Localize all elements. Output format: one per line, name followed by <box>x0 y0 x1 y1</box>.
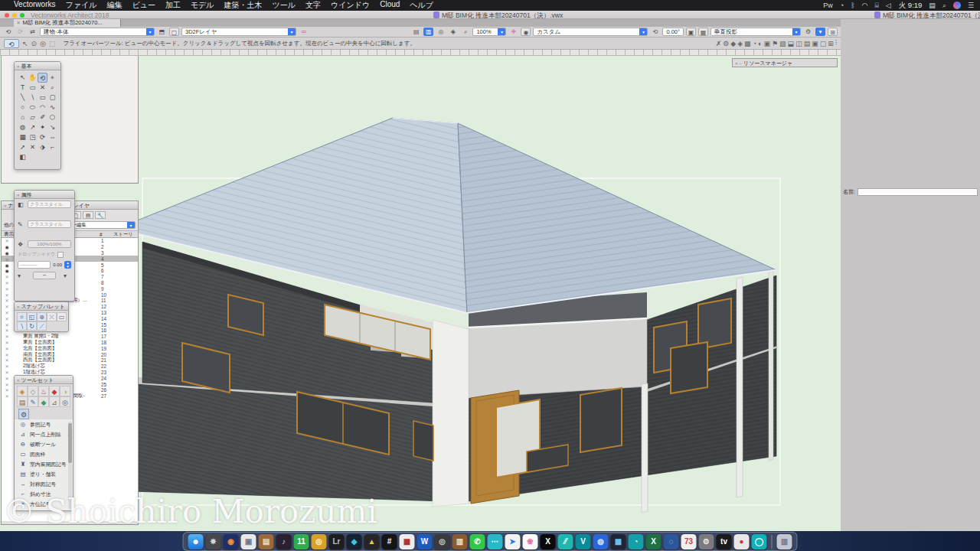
toolset-category-button[interactable]: ◎ <box>60 396 70 407</box>
saved-views-button[interactable]: ▥ <box>423 28 433 36</box>
menu-item[interactable]: Vectorworks <box>14 0 55 11</box>
close-icon[interactable]: × <box>17 64 20 69</box>
layer-visibility-icon[interactable]: ✕ <box>2 274 12 279</box>
fill-bucket-icon[interactable]: ◧ <box>18 201 25 208</box>
view-option-icon[interactable]: ◐ <box>758 40 762 47</box>
status-icon[interactable]: ◔ <box>840 2 844 10</box>
snap-toggle[interactable]: ↻ <box>27 321 37 331</box>
tool-button[interactable]: ⟳ <box>38 132 47 142</box>
fill-style-dropdown[interactable]: クラススタイル <box>28 201 71 208</box>
tool-button[interactable]: ➚ <box>18 142 28 152</box>
toolset-tool-item[interactable]: ⊖ 破断ツール <box>15 439 73 449</box>
saved-view-dropdown[interactable]: カスタム▾ <box>533 28 648 36</box>
snap-toggle[interactable]: ⤫ <box>47 312 57 321</box>
layer-visibility-icon[interactable]: ✕ <box>2 298 12 303</box>
close-icon[interactable]: × <box>17 305 20 309</box>
zoom-tool-icon[interactable]: ⌕ <box>460 28 470 36</box>
layer-visibility-icon[interactable]: ✕ <box>2 280 12 285</box>
render-settings-icon[interactable]: ⚙ <box>803 28 813 36</box>
layer-visibility-icon[interactable]: ✕ <box>2 238 12 243</box>
class-options-icon[interactable]: ⬒ <box>157 28 167 36</box>
toolset-tool-item[interactable]: ♜ 室内展開図記号 <box>15 459 73 469</box>
tool-button[interactable]: ∿ <box>47 103 57 112</box>
layer-visibility-icon[interactable]: ✕ <box>2 352 12 357</box>
dock-app-icon[interactable]: ▣ <box>241 534 256 549</box>
dock-app-icon[interactable]: ✸ <box>206 534 221 549</box>
toolset-tool-item[interactable]: ▭ 図面枠 <box>15 449 73 459</box>
snap-toggle[interactable]: ∖ <box>17 321 27 331</box>
save-view-icon[interactable]: ▤ <box>411 28 421 36</box>
layer-visibility-icon[interactable]: ✕ <box>2 346 12 351</box>
tab-close-icon[interactable]: × <box>17 19 20 26</box>
dock-app-icon[interactable]: ◉ <box>224 534 239 549</box>
column-number[interactable]: # <box>100 232 113 237</box>
dock-app-icon[interactable]: ❀ <box>523 534 538 549</box>
menu-item[interactable]: ファイル <box>65 0 96 11</box>
collapse-icon[interactable]: − <box>740 61 743 66</box>
snap-toggle[interactable]: ⊕ <box>37 312 47 321</box>
layer-visibility-icon[interactable]: ✕ <box>2 387 12 393</box>
status-icon[interactable]: ◠ <box>862 2 868 10</box>
snap-toggle[interactable]: ▭ <box>57 312 67 321</box>
view-option-icon[interactable]: ⚙ <box>723 40 729 47</box>
dock-app-icon[interactable]: ☻ <box>188 534 204 549</box>
view-option-icon[interactable]: ▧ <box>779 40 786 47</box>
dock-app-icon[interactable]: 11 <box>294 534 309 549</box>
dock-app-icon[interactable]: tv <box>717 534 732 549</box>
view-option-icon[interactable]: ⚑ <box>772 40 778 47</box>
drop-shadow-checkbox[interactable] <box>57 252 64 258</box>
flyover-tool-icon[interactable]: ⟲ <box>4 39 19 48</box>
control-center-icon[interactable]: ☰ <box>968 2 974 9</box>
dock-app-icon[interactable]: ▤ <box>259 534 274 549</box>
layer-visibility-icon[interactable]: ◉ <box>2 250 12 256</box>
layer-options-icon[interactable]: ▢ <box>169 28 179 36</box>
dock-app-icon[interactable]: ⋯ <box>488 534 503 549</box>
toolset-category-button[interactable]: ◇ <box>28 386 38 396</box>
tool-button[interactable]: ✐ <box>38 112 47 122</box>
toolset-category-button[interactable]: ◆ <box>49 386 60 396</box>
layer-visibility-icon[interactable]: ✕ <box>2 310 12 315</box>
fit-objects-icon[interactable]: ◎ <box>436 28 446 36</box>
close-icon[interactable]: × <box>17 378 20 383</box>
layer-visibility-icon[interactable]: ✕ <box>2 357 12 363</box>
zoom-level-dropdown[interactable]: 100%▾ <box>472 28 506 36</box>
layer-visibility-icon[interactable]: ✕ <box>2 322 12 328</box>
menu-item[interactable]: モデル <box>191 0 214 11</box>
dock-app-icon[interactable]: # <box>382 534 397 549</box>
menu-item[interactable]: ビュー <box>132 0 155 11</box>
tool-button[interactable]: ⬗ <box>38 142 47 152</box>
dock-app-icon[interactable]: X <box>646 534 662 549</box>
status-icon[interactable]: Pw <box>823 2 833 10</box>
tool-button[interactable]: ⟲ <box>38 73 47 83</box>
dock-app-icon[interactable]: ◔ <box>629 534 644 549</box>
tool-button[interactable]: ⌂ <box>18 112 28 122</box>
tool-button[interactable]: ✦ <box>38 122 47 132</box>
status-icon[interactable]: ᛒ <box>851 2 854 10</box>
close-icon[interactable]: × <box>4 204 7 208</box>
toolset-category-button[interactable]: ◈ <box>17 386 28 396</box>
view-back-button[interactable]: ⟲ <box>3 28 13 36</box>
mode-options-icon[interactable]: ⬚ <box>49 40 56 47</box>
pen-icon[interactable]: ✎ <box>18 221 25 228</box>
dock-app-icon[interactable]: ◆ <box>347 534 362 549</box>
layer-visibility-icon[interactable]: ✕ <box>2 286 12 292</box>
dock-app-icon[interactable]: ● <box>734 534 750 549</box>
close-icon[interactable]: × <box>735 61 738 66</box>
rotate-plan-icon[interactable]: ⟲ <box>650 28 660 36</box>
dock-app-icon[interactable]: ◎ <box>312 534 327 549</box>
view-option-icon[interactable]: ⊞ <box>828 40 834 47</box>
active-class-dropdown[interactable]: 建物·本体▾ <box>40 28 155 36</box>
marker-left-button[interactable]: ▾ <box>18 272 25 279</box>
menu-item[interactable]: 編集 <box>106 0 122 11</box>
menu-item[interactable]: ヘルプ <box>410 0 433 11</box>
tool-button[interactable]: ✕ <box>28 142 38 152</box>
dock-app-icon[interactable]: ⚙ <box>699 534 714 549</box>
view-option-icon[interactable]: ▩ <box>744 40 751 47</box>
close-window-button[interactable] <box>5 13 9 18</box>
snap-toggle[interactable]: ⌗ <box>17 312 27 321</box>
status-icon[interactable]: ◁ <box>886 2 891 10</box>
tool-button[interactable]: ○ <box>18 103 28 112</box>
tool-button[interactable]: ↖ <box>18 73 28 83</box>
layer-visibility-icon[interactable]: ✕ <box>2 292 12 298</box>
layer-visibility-icon[interactable]: ✕ <box>2 364 12 369</box>
